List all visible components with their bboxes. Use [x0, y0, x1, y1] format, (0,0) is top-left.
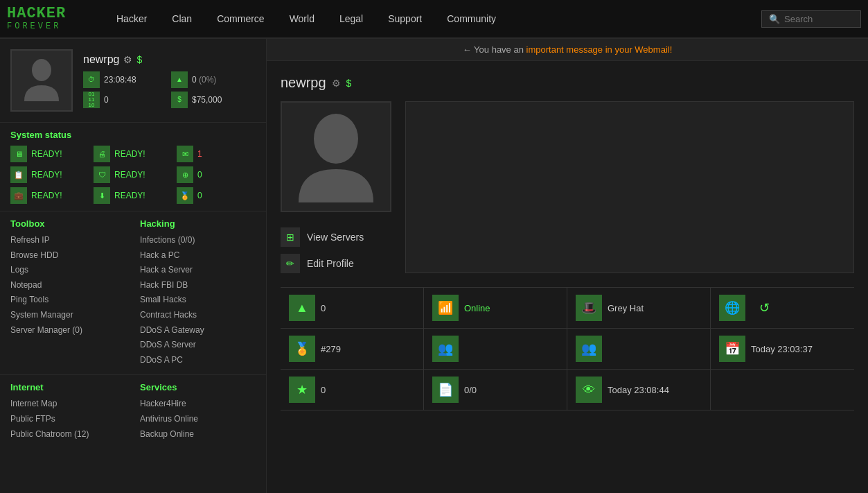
tool-notepad[interactable]: Notepad: [10, 278, 126, 293]
nav-links: Hacker Clan Commerce World Legal Support…: [111, 10, 761, 28]
hack-small[interactable]: Small Hacks: [140, 293, 256, 308]
search-input[interactable]: [784, 14, 853, 24]
status-grid: 🖥 READY! 🖨 READY! ✉ 1 📋 READY! 🛡: [10, 146, 256, 204]
tool-system-manager[interactable]: System Manager: [10, 308, 126, 323]
page-dollar-icon: $: [346, 78, 352, 89]
services-col: Services Hacker4Hire Antivirus Online Ba…: [140, 382, 256, 442]
internet-section: Internet Internet Map Public FTPs Public…: [0, 375, 266, 449]
search-icon: 🔍: [769, 14, 780, 24]
svc-antivirus[interactable]: Antivirus Online: [140, 412, 256, 427]
profile-section: newrpg ⚙ $ ⏱ 23:08:48 ▲ 0 (0%) 011110: [0, 39, 266, 123]
nav-legal[interactable]: Legal: [334, 10, 369, 28]
profile-main-area: ⊞ View Servers ✏ Edit Profile: [281, 101, 854, 273]
view-servers-btn[interactable]: ⊞ View Servers: [281, 227, 391, 247]
xp-chevron-icon: ▲: [289, 295, 315, 321]
globe-icon: 🌐: [719, 295, 745, 321]
hack-fbi[interactable]: Hack FBI DB: [140, 278, 256, 293]
stat-time: ⏱ 23:08:48: [83, 71, 168, 88]
hack-pc[interactable]: Hack a PC: [140, 248, 256, 263]
username-text: newrpg: [83, 53, 119, 66]
money-value: $75,000: [192, 95, 222, 105]
tool-server-manager[interactable]: Server Manager (0): [10, 323, 126, 338]
edit-icon: ✏: [281, 254, 300, 273]
hack-infections[interactable]: Infections (0/0): [140, 233, 256, 248]
xp-up-icon: ▲: [171, 71, 188, 88]
nav-community[interactable]: Community: [441, 10, 502, 28]
svc-backup[interactable]: Backup Online: [140, 427, 256, 442]
inet-map[interactable]: Internet Map: [10, 397, 126, 412]
nav-support[interactable]: Support: [382, 10, 427, 28]
hack-ddos-server[interactable]: DDoS A Server: [140, 338, 256, 353]
mail-icon: ✉: [177, 146, 193, 162]
hack-ddos-pc[interactable]: DDoS A PC: [140, 353, 256, 368]
nav-hacker[interactable]: Hacker: [111, 10, 152, 28]
tool-ping[interactable]: Ping Tools: [10, 293, 126, 308]
hack-contract[interactable]: Contract Hacks: [140, 308, 256, 323]
svc-hacker4hire[interactable]: Hacker4Hire: [140, 397, 256, 412]
profile-page-name: newrpg ⚙ $: [281, 75, 854, 91]
toolbox-list: Refresh IP Browse HDD Logs Notepad Ping …: [10, 233, 126, 338]
top-navigation: HACKER FOREVER Hacker Clan Commerce Worl…: [0, 0, 868, 39]
xp-value: 0 (0%): [192, 75, 216, 85]
profile-details-box: [405, 101, 854, 273]
calendar-icon: 📅: [719, 336, 745, 362]
nav-commerce[interactable]: Commerce: [211, 10, 269, 28]
nav-clan[interactable]: Clan: [166, 10, 197, 28]
stats-grid: ▲ 0 📶 Online 🎩 Grey Hat 🌐 ↺ 🏅 #27: [281, 287, 854, 410]
stat-cell-calendar: 📅 Today 23:03:37: [711, 329, 854, 370]
status-badge: 🏅 0: [177, 187, 256, 204]
status-shield: 🛡 READY!: [94, 166, 172, 183]
shield-icon: 🛡: [94, 166, 110, 183]
status-download: ⬇ READY!: [94, 187, 172, 204]
internet-col: Internet Internet Map Public FTPs Public…: [10, 382, 126, 442]
logo-top: HACKER: [7, 6, 97, 21]
rank-icon: 🏅: [289, 336, 315, 362]
inet-chatroom[interactable]: Public Chatroom (12): [10, 427, 126, 442]
edit-profile-btn[interactable]: ✏ Edit Profile: [281, 254, 391, 273]
inet-ftps[interactable]: Public FTPs: [10, 412, 126, 427]
profile-big-avatar: [281, 101, 391, 212]
profile-stats: ⏱ 23:08:48 ▲ 0 (0%) 011110 0 $ $75,000: [83, 71, 256, 108]
search-box[interactable]: 🔍: [761, 10, 861, 28]
bits-icon: 011110: [83, 92, 100, 108]
page-username: newrpg: [281, 75, 326, 91]
tools-section: Toolbox Refresh IP Browse HDD Logs Notep…: [0, 211, 266, 375]
coin-icon: ⚙: [123, 54, 132, 65]
tool-logs[interactable]: Logs: [10, 263, 126, 278]
profile-info: newrpg ⚙ $ ⏱ 23:08:48 ▲ 0 (0%) 011110: [83, 53, 256, 108]
main-layout: newrpg ⚙ $ ⏱ 23:08:48 ▲ 0 (0%) 011110: [0, 39, 868, 493]
dollar-icon: $: [136, 54, 142, 65]
star-icon: ★: [289, 377, 315, 403]
toolbox-title: Toolbox: [10, 218, 126, 229]
hacking-list: Infections (0/0) Hack a PC Hack a Server…: [140, 233, 256, 367]
edit-profile-label: Edit Profile: [307, 258, 354, 269]
status-monitor: 🖥 READY!: [10, 146, 89, 162]
printer-icon: 🖨: [94, 146, 110, 162]
tool-browse-hdd[interactable]: Browse HDD: [10, 248, 126, 263]
avatar-silhouette: [21, 56, 62, 105]
hat-icon: 🎩: [576, 295, 602, 321]
services-title: Services: [140, 382, 256, 392]
stat-cell-group2: 👥: [567, 329, 711, 370]
main-content: ← You have an important message in your …: [267, 39, 868, 493]
tool-refresh-ip[interactable]: Refresh IP: [10, 233, 126, 248]
user-icon: ↺: [751, 295, 777, 321]
stat-xp: ▲ 0 (0%): [171, 71, 256, 88]
stat-cell-file: 📄 0/0: [424, 370, 567, 410]
briefcase-icon: 💼: [10, 187, 27, 204]
nav-world[interactable]: World: [284, 10, 320, 28]
bits-value: 0: [104, 95, 109, 105]
clock-icon: ⏱: [83, 71, 100, 88]
logo-bottom: FOREVER: [7, 21, 97, 31]
stat-bits: 011110 0: [83, 92, 168, 108]
profile-left: ⊞ View Servers ✏ Edit Profile: [281, 101, 391, 273]
stat-cell-empty: [711, 370, 854, 410]
stat-cell-online: 📶 Online: [424, 288, 567, 329]
profile-page: newrpg ⚙ $ ⊞ View Servers: [267, 61, 868, 424]
stat-cell-xp: ▲ 0: [281, 288, 424, 329]
page-coin-icon: ⚙: [332, 78, 341, 89]
hack-server[interactable]: Hack a Server: [140, 263, 256, 278]
stat-cell-group1: 👥: [424, 329, 567, 370]
hack-ddos-gateway[interactable]: DDoS A Gateway: [140, 323, 256, 338]
download-icon: ⬇: [94, 187, 110, 204]
